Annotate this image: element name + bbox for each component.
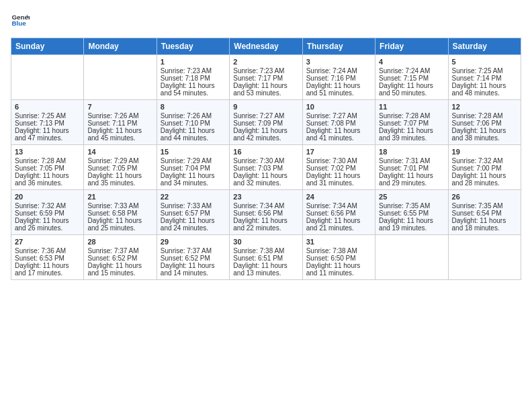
day-info-line: Sunset: 6:56 PM <box>233 210 298 217</box>
calendar-header-row: SundayMondayTuesdayWednesdayThursdayFrid… <box>11 38 521 55</box>
day-number: 28 <box>87 238 152 246</box>
day-info-line: Daylight: 11 hours <box>233 217 298 224</box>
day-info-line: Sunrise: 7:28 AM <box>379 112 444 120</box>
day-info-line: Sunset: 6:51 PM <box>233 255 298 262</box>
calendar-cell: 20Sunrise: 7:32 AMSunset: 6:59 PMDayligh… <box>11 190 84 235</box>
day-info-line: Daylight: 11 hours <box>15 172 80 179</box>
day-info-line: Sunrise: 7:24 AM <box>306 67 371 75</box>
day-info-line: Daylight: 11 hours <box>87 262 152 269</box>
day-info-line: and 19 minutes. <box>379 224 444 232</box>
logo: General Blue <box>11 11 30 30</box>
day-info-line: and 17 minutes. <box>15 269 80 277</box>
calendar-cell: 21Sunrise: 7:33 AMSunset: 6:58 PMDayligh… <box>84 190 157 235</box>
day-info-line: Sunrise: 7:38 AM <box>233 247 298 255</box>
day-info-line: Daylight: 11 hours <box>161 127 226 134</box>
calendar-cell: 28Sunrise: 7:37 AMSunset: 6:52 PMDayligh… <box>84 235 157 280</box>
day-info-line: Sunset: 7:08 PM <box>306 120 371 127</box>
calendar-cell <box>375 235 448 280</box>
calendar-week-3: 13Sunrise: 7:28 AMSunset: 7:05 PMDayligh… <box>11 145 521 190</box>
day-number: 4 <box>379 58 444 66</box>
day-info-line: Sunrise: 7:33 AM <box>161 202 226 210</box>
day-info-line: and 39 minutes. <box>379 134 444 142</box>
day-info-line: Sunset: 6:54 PM <box>452 210 517 217</box>
day-info-line: and 42 minutes. <box>233 134 298 142</box>
calendar-cell: 27Sunrise: 7:36 AMSunset: 6:53 PMDayligh… <box>11 235 84 280</box>
day-info-line: and 53 minutes. <box>233 89 298 97</box>
day-number: 7 <box>87 103 152 111</box>
weekday-header-tuesday: Tuesday <box>157 38 229 55</box>
day-info-line: and 11 minutes. <box>306 269 371 277</box>
day-number: 17 <box>306 148 371 156</box>
day-number: 15 <box>161 148 226 156</box>
day-info-line: Sunrise: 7:28 AM <box>452 112 517 120</box>
calendar-cell: 8Sunrise: 7:26 AMSunset: 7:10 PMDaylight… <box>157 100 229 145</box>
day-info-line: and 54 minutes. <box>161 89 226 97</box>
day-info-line: Sunrise: 7:34 AM <box>233 202 298 210</box>
day-info-line: Sunset: 6:56 PM <box>306 210 371 217</box>
day-info-line: Sunrise: 7:32 AM <box>452 157 517 165</box>
day-number: 21 <box>87 193 152 201</box>
svg-text:Blue: Blue <box>11 19 26 27</box>
calendar-cell: 2Sunrise: 7:23 AMSunset: 7:17 PMDaylight… <box>230 55 302 100</box>
day-info-line: Daylight: 11 hours <box>452 172 517 179</box>
day-info-line: Daylight: 11 hours <box>379 127 444 134</box>
calendar-cell: 18Sunrise: 7:31 AMSunset: 7:01 PMDayligh… <box>375 145 448 190</box>
day-info-line: and 18 minutes. <box>452 224 517 232</box>
day-info-line: Sunrise: 7:37 AM <box>161 247 226 255</box>
day-info-line: Sunrise: 7:37 AM <box>87 247 152 255</box>
day-number: 24 <box>306 193 371 201</box>
day-info-line: Daylight: 11 hours <box>161 172 226 179</box>
day-info-line: and 50 minutes. <box>379 89 444 97</box>
day-number: 22 <box>161 193 226 201</box>
day-number: 6 <box>15 103 80 111</box>
day-info-line: Sunset: 7:02 PM <box>306 165 371 172</box>
calendar-cell: 5Sunrise: 7:25 AMSunset: 7:14 PMDaylight… <box>448 55 521 100</box>
day-info-line: and 32 minutes. <box>233 179 298 187</box>
calendar-cell: 6Sunrise: 7:25 AMSunset: 7:13 PMDaylight… <box>11 100 84 145</box>
day-info-line: and 51 minutes. <box>306 89 371 97</box>
day-number: 19 <box>452 148 517 156</box>
calendar-cell: 7Sunrise: 7:26 AMSunset: 7:11 PMDaylight… <box>84 100 157 145</box>
day-info-line: Sunset: 7:17 PM <box>233 75 298 82</box>
day-info-line: and 41 minutes. <box>306 134 371 142</box>
day-info-line: Sunrise: 7:35 AM <box>452 202 517 210</box>
day-info-line: Daylight: 11 hours <box>452 217 517 224</box>
weekday-header-thursday: Thursday <box>302 38 375 55</box>
day-info-line: Sunset: 7:13 PM <box>15 120 80 127</box>
day-info-line: Sunrise: 7:26 AM <box>161 112 226 120</box>
day-info-line: Daylight: 11 hours <box>379 172 444 179</box>
calendar-week-2: 6Sunrise: 7:25 AMSunset: 7:13 PMDaylight… <box>11 100 521 145</box>
day-info-line: Sunrise: 7:25 AM <box>15 112 80 120</box>
day-info-line: Sunset: 7:03 PM <box>233 165 298 172</box>
day-number: 20 <box>15 193 80 201</box>
day-number: 16 <box>233 148 298 156</box>
day-number: 23 <box>233 193 298 201</box>
day-info-line: Daylight: 11 hours <box>15 127 80 134</box>
day-info-line: and 22 minutes. <box>233 224 298 232</box>
day-info-line: Sunrise: 7:23 AM <box>161 67 226 75</box>
day-info-line: Daylight: 11 hours <box>233 172 298 179</box>
calendar-cell: 4Sunrise: 7:24 AMSunset: 7:15 PMDaylight… <box>375 55 448 100</box>
calendar-cell: 1Sunrise: 7:23 AMSunset: 7:18 PMDaylight… <box>157 55 229 100</box>
day-info-line: Daylight: 11 hours <box>233 82 298 89</box>
day-number: 26 <box>452 193 517 201</box>
calendar-cell: 19Sunrise: 7:32 AMSunset: 7:00 PMDayligh… <box>448 145 521 190</box>
day-info-line: Sunset: 6:59 PM <box>15 210 80 217</box>
day-info-line: Sunset: 7:11 PM <box>87 120 152 127</box>
day-info-line: and 31 minutes. <box>306 179 371 187</box>
day-info-line: Sunset: 7:01 PM <box>379 165 444 172</box>
day-number: 3 <box>306 58 371 66</box>
day-info-line: Sunrise: 7:25 AM <box>452 67 517 75</box>
day-info-line: Daylight: 11 hours <box>15 262 80 269</box>
day-info-line: Daylight: 11 hours <box>306 127 371 134</box>
day-info-line: and 45 minutes. <box>87 134 152 142</box>
calendar-cell: 3Sunrise: 7:24 AMSunset: 7:16 PMDaylight… <box>302 55 375 100</box>
day-info-line: Sunset: 7:18 PM <box>161 75 226 82</box>
day-info-line: Sunset: 7:00 PM <box>452 165 517 172</box>
day-info-line: Daylight: 11 hours <box>233 262 298 269</box>
day-info-line: Sunset: 6:55 PM <box>379 210 444 217</box>
calendar-cell <box>11 55 84 100</box>
day-number: 27 <box>15 238 80 246</box>
day-info-line: Daylight: 11 hours <box>161 217 226 224</box>
day-info-line: Sunset: 7:05 PM <box>87 165 152 172</box>
